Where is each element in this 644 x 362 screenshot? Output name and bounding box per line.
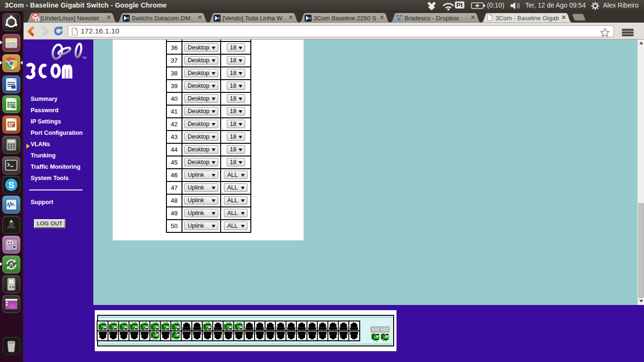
svg-text:A: A: [9, 261, 14, 268]
svg-text:6: 6: [36, 17, 39, 22]
svg-text:S: S: [8, 180, 15, 190]
